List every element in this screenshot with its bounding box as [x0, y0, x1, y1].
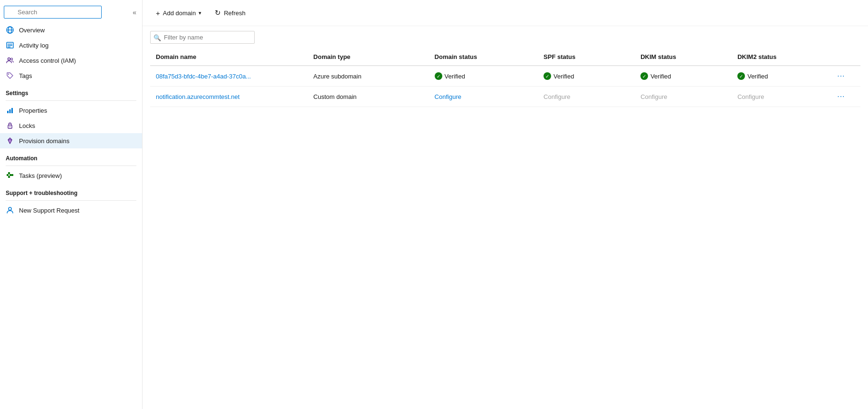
search-input[interactable]: [4, 6, 102, 19]
svg-point-7: [8, 58, 10, 60]
refresh-label: Refresh: [224, 10, 246, 17]
col-domain-type: Domain type: [308, 49, 429, 66]
svg-point-14: [10, 127, 10, 127]
row1-dkim2-verified: ✓ Verified: [737, 72, 823, 80]
col-spf-status: SPF status: [538, 49, 635, 66]
row1-domain-status: ✓ Verified: [429, 66, 538, 87]
filter-row: 🔍: [143, 26, 868, 49]
automation-divider: [6, 166, 136, 166]
row1-domain-status-verified: ✓ Verified: [435, 72, 533, 80]
sidebar-item-new-support[interactable]: New Support Request: [0, 203, 142, 218]
svg-rect-16: [10, 174, 11, 176]
people-icon: [6, 56, 14, 65]
globe-icon: [6, 26, 14, 34]
table-row: 08fa75d3-bfdc-4be7-a4ad-37c0a... Azure s…: [150, 66, 860, 87]
row1-domain-link[interactable]: 08fa75d3-bfdc-4be7-a4ad-37c0a...: [156, 73, 251, 80]
filter-wrapper: 🔍: [150, 31, 255, 44]
sidebar-item-properties-label: Properties: [19, 107, 47, 114]
row2-dkim2-configure: Configure: [737, 93, 764, 100]
row2-dkim2-status: Configure: [732, 87, 829, 107]
row2-more-actions: ···: [829, 87, 860, 107]
refresh-icon: ↻: [215, 9, 221, 17]
row1-spf-icon: ✓: [544, 72, 551, 80]
plus-icon: +: [156, 9, 160, 17]
svg-rect-12: [11, 108, 13, 113]
svg-rect-15: [7, 174, 9, 176]
row1-domain-type: Azure subdomain: [308, 66, 429, 87]
lock-icon: [6, 121, 14, 130]
settings-section-header: Settings: [0, 83, 142, 98]
row2-domain-name: notification.azurecommtest.net: [150, 87, 308, 107]
row1-dkim-verified: ✓ Verified: [640, 72, 726, 80]
sidebar-item-tags-label: Tags: [19, 72, 32, 79]
row1-dkim2-status: ✓ Verified: [732, 66, 829, 87]
row2-spf-configure: Configure: [544, 93, 570, 100]
sidebar: 🔍 « Overview Activity log: [0, 0, 143, 409]
add-domain-label: Add domain: [163, 10, 196, 17]
sidebar-item-iam-label: Access control (IAM): [19, 57, 76, 64]
person-icon: [6, 206, 14, 214]
table-header-row: Domain name Domain type Domain status SP…: [150, 49, 860, 66]
support-divider: [6, 200, 136, 201]
svg-point-8: [11, 58, 13, 60]
sidebar-item-tasks-label: Tasks (preview): [19, 172, 62, 179]
row1-domain-name: 08fa75d3-bfdc-4be7-a4ad-37c0a...: [150, 66, 308, 87]
row2-more-button[interactable]: ···: [834, 91, 848, 102]
sidebar-item-properties[interactable]: Properties: [0, 103, 142, 118]
row1-domain-status-text: Verified: [445, 73, 465, 80]
sidebar-item-activity-log[interactable]: Activity log: [0, 38, 142, 53]
col-dkim-status: DKIM status: [635, 49, 732, 66]
filter-input[interactable]: [150, 31, 255, 44]
tasks-icon: [6, 171, 14, 180]
row1-dkim2-icon: ✓: [737, 72, 745, 80]
add-domain-dropdown-icon: ▾: [199, 10, 201, 16]
row2-domain-status: Configure: [429, 87, 538, 107]
diamond-icon: [6, 136, 14, 145]
svg-rect-4: [8, 44, 12, 45]
row2-domain-link[interactable]: notification.azurecommtest.net: [156, 93, 239, 100]
domain-table-container: Domain name Domain type Domain status SP…: [143, 49, 868, 409]
sidebar-item-tasks[interactable]: Tasks (preview): [0, 168, 142, 183]
settings-divider: [6, 100, 136, 101]
sidebar-item-locks-label: Locks: [19, 122, 35, 129]
row1-dkim-icon: ✓: [640, 72, 648, 80]
col-dkim2-status: DKIM2 status: [732, 49, 829, 66]
row2-domain-configure-link[interactable]: Configure: [435, 93, 461, 100]
row1-more-actions: ···: [829, 66, 860, 87]
svg-rect-5: [8, 45, 12, 46]
list-icon: [6, 41, 14, 49]
add-domain-button[interactable]: + Add domain ▾: [150, 6, 207, 20]
row2-spf-status: Configure: [538, 87, 635, 107]
sidebar-item-overview-label: Overview: [19, 27, 45, 34]
support-section-header: Support + troubleshooting: [0, 183, 142, 198]
table-row: notification.azurecommtest.net Custom do…: [150, 87, 860, 107]
sidebar-search-row: 🔍 «: [0, 4, 142, 22]
sidebar-item-iam[interactable]: Access control (IAM): [0, 53, 142, 68]
svg-point-9: [8, 74, 9, 75]
sidebar-item-overview[interactable]: Overview: [0, 22, 142, 38]
svg-rect-10: [7, 111, 9, 113]
sidebar-item-locks[interactable]: Locks: [0, 118, 142, 133]
col-domain-status: Domain status: [429, 49, 538, 66]
bar-chart-icon: [6, 106, 14, 115]
refresh-button[interactable]: ↻ Refresh: [209, 6, 251, 20]
main-content: + Add domain ▾ ↻ Refresh 🔍 Domain name D…: [143, 0, 868, 409]
svg-point-20: [9, 207, 11, 210]
tag-icon: [6, 71, 14, 80]
row2-dkim-configure: Configure: [640, 93, 667, 100]
row1-dkim-status: ✓ Verified: [635, 66, 732, 87]
sidebar-item-tags[interactable]: Tags: [0, 68, 142, 83]
row1-dkim2-text: Verified: [747, 73, 768, 80]
row1-spf-status: ✓ Verified: [538, 66, 635, 87]
row1-more-button[interactable]: ···: [834, 71, 848, 81]
svg-rect-19: [11, 174, 13, 176]
sidebar-item-provision-domains[interactable]: Provision domains: [0, 133, 142, 148]
svg-rect-11: [10, 109, 11, 113]
sidebar-item-new-support-label: New Support Request: [19, 207, 79, 214]
sidebar-item-provision-domains-label: Provision domains: [19, 137, 69, 145]
row2-domain-type: Custom domain: [308, 87, 429, 107]
sidebar-item-activity-log-label: Activity log: [19, 42, 48, 49]
svg-rect-6: [8, 47, 10, 48]
row1-dkim-text: Verified: [650, 73, 671, 80]
collapse-button[interactable]: «: [131, 8, 138, 17]
